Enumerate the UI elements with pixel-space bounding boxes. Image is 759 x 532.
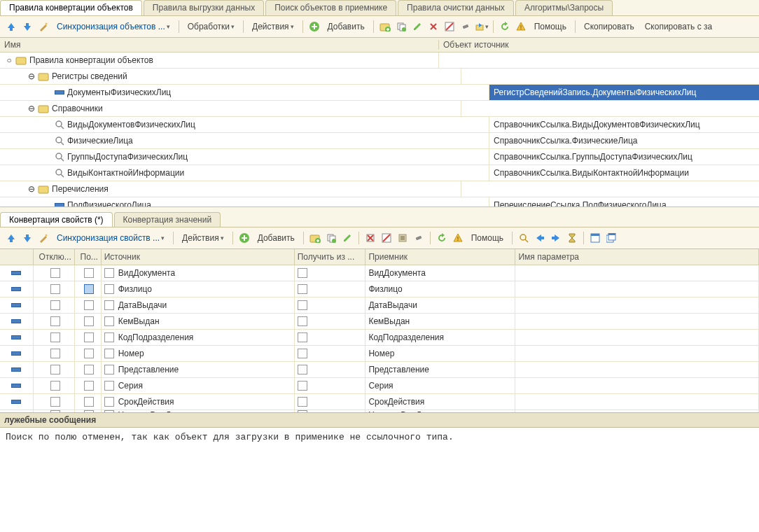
getfrom-checkbox[interactable] — [295, 281, 366, 297]
source-cell[interactable]: ДатаВыдачи — [102, 298, 295, 313]
processing-dropdown[interactable]: Обработки — [183, 20, 239, 33]
search-checkbox[interactable] — [75, 394, 102, 410]
tree-row-item[interactable]: ГруппыДоступаФизическихЛиц СправочникСсы… — [0, 149, 759, 165]
disable-icon[interactable] — [443, 20, 457, 34]
copy-button[interactable]: Скопировать — [580, 20, 639, 33]
param-cell[interactable] — [515, 394, 759, 410]
tree-row-group[interactable]: ⊖Перечисления — [0, 181, 759, 197]
source-cell[interactable]: УдалитьВидДокумента — [102, 410, 295, 412]
tab-algorithms[interactable]: Алгоритмы\Запросы — [515, 0, 613, 15]
disable-checkbox[interactable] — [34, 314, 75, 329]
disable-checkbox[interactable] — [34, 265, 75, 281]
telescope-icon[interactable] — [459, 20, 473, 34]
getfrom-checkbox[interactable] — [295, 362, 366, 377]
tree-header-source[interactable]: Объект источник — [439, 40, 759, 50]
tab-export-rules[interactable]: Правила выгрузки данных — [144, 0, 264, 15]
source-cell[interactable]: КемВыдан — [102, 314, 295, 329]
search-checkbox[interactable] — [75, 346, 102, 361]
dest-cell[interactable]: ДатаВыдачи — [365, 298, 515, 313]
search-checkbox[interactable] — [75, 362, 102, 377]
grid-header-getfrom[interactable]: Получить из ... — [295, 249, 366, 265]
tree-header-name[interactable]: Имя — [0, 40, 439, 50]
grid-row[interactable]: ФизлицоФизлицо — [0, 281, 759, 298]
source-cell[interactable]: Номер — [102, 346, 295, 361]
dest-cell[interactable]: Серия — [365, 378, 515, 393]
dest-cell[interactable]: Физлицо — [365, 281, 515, 297]
getfrom-checkbox[interactable] — [295, 394, 366, 410]
collapse-icon[interactable]: ⊖ — [27, 184, 36, 194]
add-button[interactable]: Добавить — [253, 232, 299, 244]
search-checkbox[interactable] — [75, 410, 102, 412]
disable-checkbox[interactable] — [34, 362, 75, 377]
help-button[interactable]: Помощь — [467, 232, 508, 244]
list-icon[interactable] — [396, 231, 410, 245]
arrow-down-icon[interactable] — [20, 20, 34, 34]
add-icon[interactable] — [237, 231, 251, 245]
grid-row[interactable]: ВидДокументаВидДокумента — [0, 265, 759, 281]
copy-icon[interactable] — [394, 20, 408, 34]
tree-row-item[interactable]: ВидыДокументовФизическихЛиц СправочникСс… — [0, 117, 759, 133]
dest-cell[interactable]: КемВыдан — [365, 314, 515, 329]
grid-row[interactable]: КемВыданКемВыдан — [0, 314, 759, 330]
arrow-up-icon[interactable] — [4, 231, 18, 245]
param-cell[interactable] — [515, 281, 759, 297]
tree-row-group[interactable]: ⊖Справочники — [0, 101, 759, 117]
tab-property-conversion[interactable]: Конвертация свойств (*) — [0, 212, 113, 227]
edit-icon[interactable] — [340, 231, 354, 245]
edit-icon[interactable] — [410, 20, 424, 34]
new-folder-icon[interactable] — [308, 231, 322, 245]
hourglass-icon[interactable] — [565, 231, 579, 245]
getfrom-checkbox[interactable] — [295, 410, 366, 412]
grid-row[interactable]: ПредставлениеПредставление — [0, 362, 759, 378]
getfrom-checkbox[interactable] — [295, 346, 366, 361]
dest-cell[interactable]: ВидДокумента — [365, 265, 515, 281]
disable-checkbox[interactable] — [34, 330, 75, 345]
grid-row[interactable]: НомерНомер — [0, 346, 759, 362]
dest-cell[interactable]: УдалитьВидДокумента — [365, 410, 515, 412]
param-cell[interactable] — [515, 410, 759, 412]
help-button[interactable]: Помощь — [530, 20, 571, 33]
param-cell[interactable] — [515, 330, 759, 345]
param-cell[interactable] — [515, 314, 759, 329]
getfrom-checkbox[interactable] — [295, 330, 366, 345]
grid-header-param[interactable]: Имя параметра — [515, 249, 759, 265]
actions-dropdown[interactable]: Действия — [178, 232, 228, 244]
disable-checkbox[interactable] — [34, 410, 75, 412]
new-folder-icon[interactable] — [378, 20, 392, 34]
grid-row[interactable]: ДатаВыдачиДатаВыдачи — [0, 298, 759, 314]
param-cell[interactable] — [515, 298, 759, 313]
arrow-down-icon[interactable] — [20, 231, 34, 245]
disable-checkbox[interactable] — [34, 394, 75, 410]
tab-object-search[interactable]: Поиск объектов в приемнике — [265, 0, 396, 15]
param-cell[interactable] — [515, 265, 759, 281]
grid-row[interactable]: СерияСерия — [0, 378, 759, 394]
disable-icon[interactable] — [380, 231, 394, 245]
delete-icon[interactable] — [426, 20, 440, 34]
window-icon[interactable] — [588, 231, 602, 245]
source-cell[interactable]: Серия — [102, 378, 295, 393]
collapse-icon[interactable]: ⊖ — [27, 71, 36, 81]
tab-value-conversion[interactable]: Конвертация значений — [114, 212, 221, 227]
dest-cell[interactable]: СрокДействия — [365, 394, 515, 410]
telescope-icon[interactable] — [412, 231, 426, 245]
wand-icon[interactable] — [36, 231, 50, 245]
grid-header-dest[interactable]: Приемник — [365, 249, 515, 265]
search-checkbox[interactable] — [75, 298, 102, 313]
source-cell[interactable]: Физлицо — [102, 281, 295, 297]
grid-row[interactable]: КодПодразделенияКодПодразделения — [0, 330, 759, 346]
source-cell[interactable]: Представление — [102, 362, 295, 377]
windows-icon[interactable] — [604, 231, 618, 245]
copy-with-button[interactable]: Скопировать с за — [641, 20, 717, 33]
search-checkbox[interactable] — [75, 378, 102, 393]
search-icon[interactable] — [517, 231, 531, 245]
tree-row-item[interactable]: ФизическиеЛица СправочникСсылка.Физическ… — [0, 133, 759, 149]
disable-checkbox[interactable] — [34, 281, 75, 297]
dest-cell[interactable]: КодПодразделения — [365, 330, 515, 345]
search-checkbox[interactable] — [75, 330, 102, 345]
param-cell[interactable] — [515, 362, 759, 377]
refresh-icon[interactable] — [435, 231, 449, 245]
tree-row-item[interactable]: ДокументыФизическихЛиц РегистрСведенийЗа… — [0, 85, 759, 101]
getfrom-checkbox[interactable] — [295, 378, 366, 393]
sync-properties-button[interactable]: Синхронизация свойств ... — [53, 232, 169, 244]
source-cell[interactable]: СрокДействия — [102, 394, 295, 410]
